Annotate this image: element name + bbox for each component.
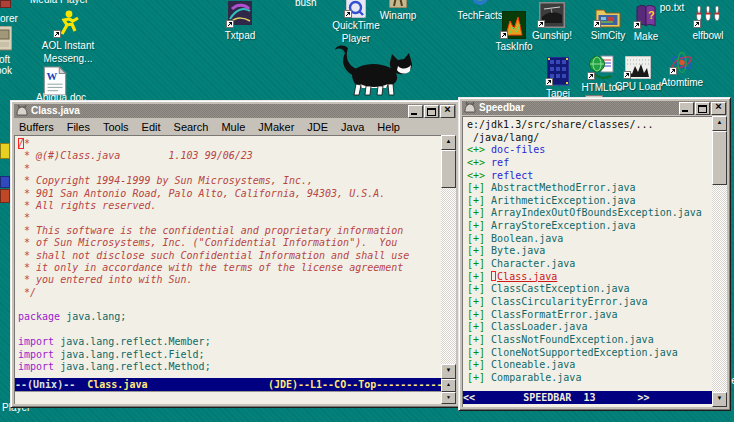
- desktop-icon-txtpad[interactable]: Txtpad: [216, 0, 264, 41]
- minimize-button[interactable]: [408, 105, 423, 118]
- menu-tools[interactable]: Tools: [103, 121, 129, 133]
- desktop-icon-make[interactable]: ?Make: [622, 4, 670, 42]
- scroll-thumb[interactable]: [712, 131, 727, 185]
- maximize-button[interactable]: [695, 102, 710, 115]
- speedbar-item-ClassLoader.java[interactable]: [+] ClassLoader.java: [467, 321, 712, 334]
- file-link[interactable]: Byte.java: [491, 245, 545, 256]
- desktop-icon-aol[interactable]: AOL InstantMesseng...: [28, 10, 108, 64]
- expand-toggle[interactable]: [+]: [467, 207, 491, 218]
- speedbar-window[interactable]: Speedbar e:/jdk1.3/src/share/classes/...…: [458, 97, 731, 411]
- desktop-icon-tapei[interactable]: Tapei: [534, 57, 582, 99]
- speedbar-item-Byte.java[interactable]: [+] Byte.java: [467, 245, 712, 258]
- speedbar-item-ArithmeticException.java[interactable]: [+] ArithmeticException.java: [467, 195, 712, 208]
- scroll-up-button[interactable]: ▲: [712, 116, 727, 131]
- editor-titlebar[interactable]: Class.java: [14, 104, 456, 118]
- speedbar-item-Class.java[interactable]: [+] Class.java: [467, 271, 712, 284]
- minimize-button[interactable]: [679, 102, 694, 115]
- menu-search[interactable]: Search: [174, 121, 209, 133]
- mini-scroll-down-button[interactable]: ▼: [441, 392, 456, 405]
- expand-toggle[interactable]: [+]: [467, 258, 491, 269]
- speedbar-file-list[interactable]: e:/jdk1.3/src/share/classes/... /java/la…: [463, 117, 712, 391]
- editor-vertical-scrollbar[interactable]: ▲ ▼: [441, 135, 456, 379]
- file-link[interactable]: Boolean.java: [491, 233, 563, 244]
- file-link[interactable]: ClassCircularityError.java: [491, 296, 648, 307]
- expand-toggle[interactable]: [+]: [467, 372, 491, 383]
- expand-toggle[interactable]: <+>: [467, 170, 491, 181]
- menu-jde[interactable]: JDE: [307, 121, 328, 133]
- file-link[interactable]: Comparable.java: [491, 372, 581, 383]
- file-link[interactable]: Class.java: [497, 271, 557, 282]
- desktop-icon-outlook[interactable]: [0, 26, 16, 52]
- expand-toggle[interactable]: [+]: [467, 271, 491, 282]
- expand-toggle[interactable]: [+]: [467, 245, 491, 256]
- menu-jmaker[interactable]: JMaker: [258, 121, 294, 133]
- speedbar-item-ClassCircularityError.java[interactable]: [+] ClassCircularityError.java: [467, 296, 712, 309]
- speedbar-item-ClassNotFoundException.java[interactable]: [+] ClassNotFoundException.java: [467, 334, 712, 347]
- speedbar-item-ArrayIndexOutOfBoundsException.java[interactable]: [+] ArrayIndexOutOfBoundsException.java: [467, 207, 712, 220]
- expand-toggle[interactable]: [+]: [467, 347, 491, 358]
- speedbar-item-ClassCastException.java[interactable]: [+] ClassCastException.java: [467, 283, 712, 296]
- speedbar-item-Boolean.java[interactable]: [+] Boolean.java: [467, 233, 712, 246]
- close-button[interactable]: [711, 102, 726, 115]
- expand-toggle[interactable]: <+>: [467, 157, 491, 168]
- mini-scroll-up-button[interactable]: ▲: [441, 379, 456, 392]
- desktop-icon-elfbowl[interactable]: elfbowl: [682, 4, 734, 41]
- desktop-icon-winamp[interactable]: Winamp: [370, 0, 426, 21]
- speedbar-item-CloneNotSupportedException.java[interactable]: [+] CloneNotSupportedException.java: [467, 347, 712, 360]
- file-link[interactable]: ClassFormatError.java: [491, 309, 617, 320]
- file-link[interactable]: Character.java: [491, 258, 575, 269]
- speedbar-item-AbstractMethodError.java[interactable]: [+] AbstractMethodError.java: [467, 182, 712, 195]
- speedbar-titlebar[interactable]: Speedbar: [462, 101, 727, 115]
- speedbar-item-ClassFormatError.java[interactable]: [+] ClassFormatError.java: [467, 309, 712, 322]
- file-link[interactable]: ClassNotFoundException.java: [491, 334, 654, 345]
- menu-java[interactable]: Java: [341, 121, 364, 133]
- speedbar-item-Comparable.java[interactable]: [+] Comparable.java: [467, 372, 712, 385]
- expand-toggle[interactable]: [+]: [467, 321, 491, 332]
- speedbar-item-ref[interactable]: <+> ref: [467, 157, 712, 170]
- scroll-thumb[interactable]: [441, 150, 456, 188]
- file-link[interactable]: ArrayIndexOutOfBoundsException.java: [491, 207, 702, 218]
- editor-window[interactable]: Class.java BuffersFilesToolsEditSearchMu…: [10, 100, 460, 408]
- file-link[interactable]: ArrayStoreException.java: [491, 220, 636, 231]
- menu-buffers[interactable]: Buffers: [19, 121, 54, 133]
- desktop-icon-atomtime[interactable]: Atomtime: [656, 50, 708, 88]
- menu-edit[interactable]: Edit: [142, 121, 161, 133]
- expand-toggle[interactable]: [+]: [467, 182, 491, 193]
- menu-files[interactable]: Files: [67, 121, 90, 133]
- file-link[interactable]: CloneNotSupportedException.java: [491, 347, 678, 358]
- menu-help[interactable]: Help: [377, 121, 400, 133]
- maximize-button[interactable]: [424, 105, 439, 118]
- expand-toggle[interactable]: <+>: [467, 144, 491, 155]
- editor-text-area[interactable]: /* * @(#)Class.java 1.103 99/06/23 * * C…: [15, 136, 441, 378]
- minibuffer-scroll-buttons[interactable]: ▲ ▼: [441, 379, 456, 404]
- expand-toggle[interactable]: [+]: [467, 334, 491, 345]
- desktop-icon-gunship[interactable]: Gunship!: [526, 2, 578, 41]
- scroll-down-button[interactable]: ▼: [441, 364, 456, 379]
- editor-minibuffer[interactable]: [15, 391, 441, 404]
- expand-toggle[interactable]: [+]: [467, 309, 491, 320]
- expand-toggle[interactable]: [+]: [467, 220, 491, 231]
- speedbar-item-Cloneable.java[interactable]: [+] Cloneable.java: [467, 359, 712, 372]
- expand-toggle[interactable]: [+]: [467, 195, 491, 206]
- speedbar-vertical-scrollbar[interactable]: ▲ ▼: [712, 116, 727, 407]
- scroll-up-button[interactable]: ▲: [441, 135, 456, 150]
- file-link[interactable]: reflect: [491, 170, 533, 181]
- speedbar-item-ArrayStoreException.java[interactable]: [+] ArrayStoreException.java: [467, 220, 712, 233]
- expand-toggle[interactable]: [+]: [467, 233, 491, 244]
- scroll-down-button[interactable]: ▼: [712, 392, 727, 407]
- speedbar-item-Character.java[interactable]: [+] Character.java: [467, 258, 712, 271]
- file-link[interactable]: ClassCastException.java: [491, 283, 629, 294]
- speedbar-item-doc-files[interactable]: <+> doc-files: [467, 144, 712, 157]
- speedbar-item-reflect[interactable]: <+> reflect: [467, 170, 712, 183]
- expand-toggle[interactable]: [+]: [467, 283, 491, 294]
- menu-mule[interactable]: Mule: [221, 121, 245, 133]
- expand-toggle[interactable]: [+]: [467, 359, 491, 370]
- file-link[interactable]: ref: [491, 157, 509, 168]
- file-link[interactable]: ArithmeticException.java: [491, 195, 636, 206]
- file-link[interactable]: AbstractMethodError.java: [491, 182, 636, 193]
- close-button[interactable]: [440, 105, 455, 118]
- file-link[interactable]: doc-files: [491, 144, 545, 155]
- file-link[interactable]: ClassLoader.java: [491, 321, 587, 332]
- file-link[interactable]: Cloneable.java: [491, 359, 575, 370]
- expand-toggle[interactable]: [+]: [467, 296, 491, 307]
